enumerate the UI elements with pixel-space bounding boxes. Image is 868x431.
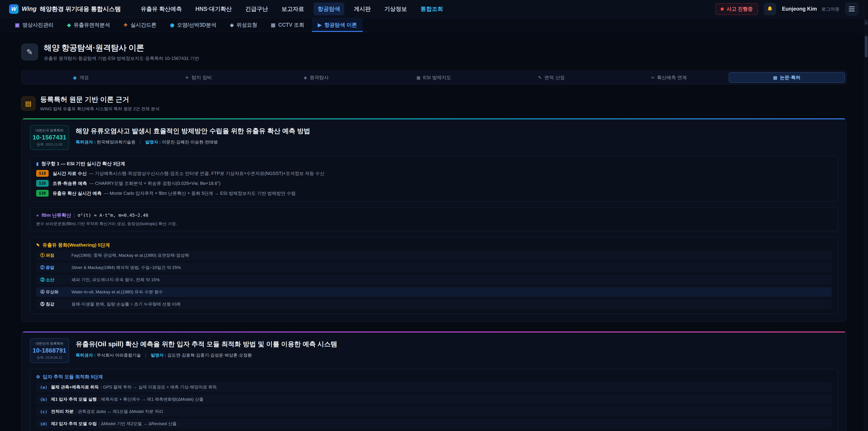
patent-country-label: 대한민국 등록특허	[33, 128, 66, 133]
owner-label: 특허권자 :	[76, 140, 96, 145]
analysis-icon: ◆	[67, 23, 71, 28]
paper-plane-icon: ▶	[318, 23, 322, 28]
document-icon: ▤	[773, 75, 777, 80]
tab-label: 원격탐사	[310, 74, 329, 81]
inventor-value: 이문진·김혜진·이승현·전태병	[162, 140, 218, 145]
bookmark-icon: ▮	[36, 162, 38, 166]
step-badge-s20: S20	[36, 180, 49, 187]
status-dot-icon	[721, 7, 724, 11]
theory-tab-bar: ◉ 개요 ✈ 탐지 장비 ◈ 원격탐사 ▦ ESI 방제지도 ✎ 면적 산정 ∞…	[21, 70, 847, 85]
tab-label: 탐지 장비	[191, 74, 212, 81]
nav-item-board[interactable]: 게시판	[350, 2, 375, 16]
weathering-row-spreading: ① 퍼짐 Fay(1969): 중력·관성력, Mackay et al.(19…	[36, 250, 832, 260]
fbm-formula: σ²(t) = A·t^m, m=0.45~2.46	[78, 212, 148, 218]
subnav-label: 위성요청	[237, 22, 257, 29]
scrollbar-up-arrow[interactable]: ▲	[864, 20, 868, 25]
tab-esi-map[interactable]: ▦ ESI 방제지도	[376, 72, 492, 83]
aircraft-icon: ✈	[185, 75, 189, 80]
fbm-panel: ● fBm 난류확산 | σ²(t) = A·t^m, m=0.45~2.46 …	[30, 207, 838, 231]
claim-text: 유출유 확산 실시간 예측— Monte Carlo 입자추적 + fBm 난류…	[53, 190, 296, 196]
patent-meta: 특허권자 : 주식회사 아라종합기술 | 발명자 : 김도연·김용혁·김종기·김…	[76, 352, 337, 358]
patent-number: 10-1567431	[33, 134, 66, 141]
subnav-item-cctv-view[interactable]: ▦ CCTV 조회	[265, 18, 310, 32]
nav-item-hns-dispersion[interactable]: HNS·대기확산	[191, 2, 236, 16]
nav-item-emergency-rescue[interactable]: 긴급구난	[241, 2, 272, 16]
claim-row-s10: S10 실시간 자료 수신— 기상예측시스템·위성영상수신시스템·검조소 인터넷…	[36, 170, 832, 177]
claims-heading: ▮ 청구항 1 — ESI 기반 실시간 확산 3단계	[36, 160, 832, 167]
incident-status-badge[interactable]: 사고 진행중	[715, 3, 758, 15]
satellite-icon: ◈	[230, 23, 234, 28]
subnav-item-satellite-request[interactable]: ◈ 위성요청	[224, 18, 263, 32]
claim-text: 실시간 자료 수신— 기상예측시스템·위성영상수신시스템·검조소 인터넷 연결,…	[53, 171, 324, 177]
app-title: 해양환경 위기대응 통합시스템	[40, 5, 121, 13]
tab-papers-patents[interactable]: ▤ 논문·특허	[729, 72, 845, 83]
tab-prediction-link[interactable]: ∞ 확산예측 연계	[611, 72, 727, 83]
inventor-label: 발명자 :	[151, 353, 166, 358]
page-header: ✎ 해양 항공탐색·원격탐사 이론 유출유 원격탐지·항공탐색 기법·ESI 방…	[21, 42, 847, 61]
patent-country-label: 대한민국 등록특허	[33, 341, 66, 346]
page-scrollbar[interactable]: ▲	[864, 0, 868, 431]
nav-item-integrated-search[interactable]: 통합조회	[416, 2, 447, 16]
claim-row-s20: S20 조류·취송류 예측— CHARRY모델 조화분석 + 취송류 경험식(0…	[36, 180, 832, 187]
hamburger-icon	[849, 6, 855, 11]
nav-item-weather-info[interactable]: 기상정보	[380, 2, 411, 16]
subnav-label: CCTV 조회	[278, 22, 304, 29]
main-content: ✎ 해양 항공탐색·원격탐사 이론 유출유 원격탐지·항공탐색 기법·ESI 방…	[0, 32, 868, 431]
patent-number-badge: 대한민국 등록특허 10-1567431 등록: 2015.11.03	[30, 125, 69, 150]
tab-label: 논문·특허	[780, 74, 800, 81]
menu-button[interactable]	[845, 3, 858, 16]
section-subtitle: WING 탑재 유출유 확산예측 시스템의 특허 원문 2건 전체 분석	[40, 106, 160, 112]
subnav-item-oil-area-analysis[interactable]: ◆ 유출유면적분석	[61, 18, 116, 32]
owner-value: 주식회사 아라종합기술	[97, 353, 141, 358]
tab-overview[interactable]: ◉ 개요	[23, 72, 139, 83]
subnav-label: 항공탐색 이론	[324, 22, 357, 29]
optimization-steps-panel: ⚙ 입자 추적 모듈 최적화 5단계 (a) 물체 관측+예측자료 취득: GP…	[30, 369, 838, 431]
patent-number: 10-1868791	[33, 347, 66, 354]
incident-status-label: 사고 진행중	[726, 6, 753, 12]
notification-bell-button[interactable]	[764, 3, 776, 15]
section-title: 등록특허 원문 기반 이론 근거	[40, 95, 160, 104]
nav-item-aerial-search[interactable]: 항공탐색	[313, 2, 344, 16]
meta-separator: |	[145, 353, 146, 358]
dot-icon: ●	[36, 213, 39, 217]
subnav-label: 영상사진관리	[22, 22, 54, 29]
top-navbar: W Wing 해양환경 위기대응 통합시스템 유출유 확산예측 HNS·대기확산…	[0, 0, 868, 18]
subnav-label: 오염/선박3D분석	[177, 22, 216, 29]
cctv-icon: ▦	[271, 23, 276, 28]
logout-button[interactable]: 로그아웃	[822, 6, 839, 12]
optimization-heading-text: 입자 추적 모듈 최적화 5단계	[43, 374, 103, 380]
drone-icon: ✈	[124, 23, 128, 28]
patent-head: 대한민국 등록특허 10-1567431 등록: 2015.11.03 해양 유…	[30, 125, 838, 150]
nav-item-reports[interactable]: 보고자료	[277, 2, 308, 16]
tab-area-calculation[interactable]: ✎ 면적 산정	[493, 72, 609, 83]
user-name: Eunjeong Kim	[782, 6, 817, 12]
subnav-item-pollution-ship-3d[interactable]: ◉ 오염/선박3D분석	[164, 18, 222, 32]
pencil-icon: ✎	[36, 243, 40, 247]
fbm-separator: |	[74, 213, 75, 218]
logo-initial: W	[11, 6, 17, 12]
owner-value: 한국해양과학기술원	[97, 140, 135, 145]
subnav-item-aerial-search-theory[interactable]: ▶ 항공탐색 이론	[312, 18, 363, 32]
page-subtitle: 유출유 원격탐지·항공탐색 기법·ESI 방제정보지도·등록특허 10-1567…	[44, 55, 199, 61]
gear-icon: ⚙	[36, 375, 40, 379]
patent-date: 등록: 2018.06.12	[33, 356, 66, 360]
patent-title: 해양 유류오염사고 발생시 효율적인 방제방안 수립을 위한 유출유 확산 예측…	[76, 127, 310, 135]
inventor-label: 발명자 :	[145, 140, 161, 145]
map-icon: ▦	[416, 75, 421, 80]
user-block: Eunjeong Kim 로그아웃	[782, 6, 839, 12]
optimization-heading: ⚙ 입자 추적 모듈 최적화 5단계	[36, 374, 832, 380]
subnav-label: 유출유면적분석	[74, 22, 110, 29]
subnav-item-realtime-drone[interactable]: ✈ 실시간드론	[118, 18, 162, 32]
tab-label: 면적 산정	[544, 74, 565, 81]
step-row-c: (c) 전처리 차분: 관측경로 Δobs ↔ 제1모델 ΔModel 차분 처…	[36, 407, 832, 417]
logo[interactable]: W Wing 해양환경 위기대응 통합시스템	[9, 4, 121, 14]
page-title: 해양 항공탐색·원격탐사 이론	[44, 42, 199, 53]
scrollbar-thumb[interactable]	[865, 36, 868, 57]
tab-detection-equipment[interactable]: ✈ 탐지 장비	[141, 72, 256, 83]
patent-head: 대한민국 등록특허 10-1868791 등록: 2018.06.12 유출유(…	[30, 338, 838, 363]
tab-remote-sensing[interactable]: ◈ 원격탐사	[258, 72, 374, 83]
subnav-item-image-photo-management[interactable]: ▣ 영상사진관리	[9, 18, 59, 32]
bell-icon	[767, 6, 773, 12]
owner-label: 특허권자 :	[76, 353, 96, 358]
nav-item-oil-spill-prediction[interactable]: 유출유 확산예측	[136, 2, 186, 16]
